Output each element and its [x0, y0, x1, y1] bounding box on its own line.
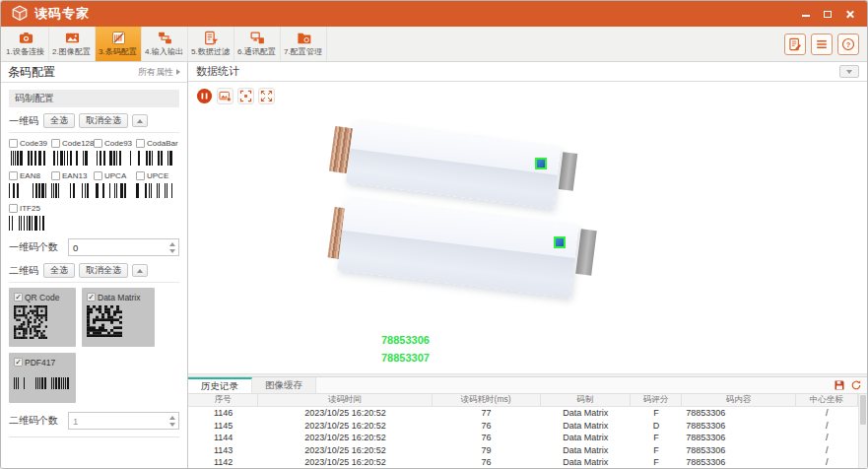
toolbar-tab-image[interactable]: 2.图像配置 [49, 27, 96, 61]
decode-result-text: 78853307 [381, 352, 430, 364]
statistics-dropdown-button[interactable] [839, 65, 859, 78]
toolbar-tab-label: 2.图像配置 [52, 46, 91, 57]
maximize-button[interactable] [820, 7, 835, 21]
table-row[interactable]: 11422023/10/25 16:20:5276Data MatrixF788… [188, 456, 858, 468]
toolbar-tab-config[interactable]: 7.配置管理 [281, 27, 327, 61]
fit-view-button[interactable] [237, 88, 254, 104]
barcode-type-label: EAN8 [20, 171, 40, 180]
barcode-type-label: UPCA [104, 171, 126, 180]
list-button[interactable] [811, 34, 833, 55]
part-shading [348, 148, 558, 195]
checkbox-itf25[interactable] [9, 204, 18, 213]
checkbox-upce[interactable] [136, 171, 145, 180]
barcode-type-label: QR Code [25, 293, 59, 302]
table-cell: D [631, 420, 682, 433]
two-d-deselect-all-button[interactable]: 取消全选 [79, 263, 128, 278]
barcode-sample-image [136, 183, 178, 198]
one-d-collapse-button[interactable] [132, 114, 148, 127]
toolbar-tab-barcode[interactable]: 3.条码配置 [96, 27, 142, 61]
column-header-3[interactable]: 码制 [541, 394, 631, 406]
all-properties-link[interactable]: 所有属性 [138, 66, 180, 79]
barcode-type-qr-code[interactable]: ✓QR Code [9, 288, 76, 347]
checkbox-qr-code[interactable]: ✓ [14, 293, 23, 302]
checkbox-code39[interactable] [9, 139, 18, 148]
checkbox-code93[interactable] [94, 139, 102, 148]
help-button[interactable]: ? [837, 34, 859, 55]
img-gear-icon [219, 90, 232, 102]
one-d-select-all-button[interactable]: 全选 [43, 113, 75, 128]
checkbox-ean13[interactable] [51, 171, 60, 180]
barcode-sample-image [51, 183, 94, 198]
maximize-icon [824, 11, 832, 18]
table-cell: 1143 [188, 444, 258, 457]
barcode-type-data-matrix[interactable]: ✓Data Matrix [82, 288, 155, 347]
barcode-sample-image [136, 151, 178, 166]
toolbar-tab-device[interactable]: 1.设备连接 [3, 27, 49, 61]
two-d-collapse-button[interactable] [132, 264, 148, 277]
history-tab-1[interactable]: 图像缓存 [252, 377, 316, 393]
checkbox-upca[interactable] [94, 171, 102, 180]
table-scrollbar[interactable] [858, 394, 867, 468]
column-header-5[interactable]: 码内容 [682, 394, 796, 406]
checkbox-pdf417[interactable]: ✓ [14, 358, 23, 367]
table-cell: 76 [433, 432, 541, 444]
one-d-count-spinner[interactable] [169, 239, 175, 255]
battery-tab-gray-2 [575, 229, 596, 276]
checkbox-code128[interactable] [51, 139, 60, 148]
column-header-4[interactable]: 码评分 [631, 394, 682, 406]
horizontal-splitter[interactable] [188, 373, 867, 377]
barcode-type-label: UPCE [147, 171, 168, 180]
image-viewer[interactable]: 78853306 78853307 [188, 82, 867, 373]
full-screen-button[interactable] [258, 88, 275, 104]
two-d-select-all-button[interactable]: 全选 [43, 263, 75, 278]
app-title: 读码专家 [34, 5, 90, 23]
barcode-type-label: EAN13 [62, 171, 87, 180]
two-d-count-spinner[interactable] [169, 413, 175, 429]
network-icon [250, 30, 265, 45]
checkbox-ean8[interactable] [9, 171, 18, 180]
close-button[interactable] [841, 7, 857, 21]
column-header-2[interactable]: 读码耗时(ms) [433, 394, 541, 406]
table-cell: 79 [433, 444, 541, 457]
barcode-checkbox-row: ✓Data Matrix [87, 292, 150, 302]
statistics-title: 数据统计 [196, 64, 239, 79]
history-tab-0[interactable]: 历史记录 [188, 377, 252, 393]
save-button[interactable] [833, 378, 846, 392]
image-icon [65, 30, 80, 45]
minimize-button[interactable] [798, 7, 814, 21]
chevron-up-icon [137, 119, 143, 123]
toolbar-tab-comm[interactable]: 6.通讯配置 [234, 27, 281, 61]
report-button[interactable] [784, 34, 806, 55]
barcode-sample-image [14, 305, 71, 343]
table-row[interactable]: 11452023/10/25 16:20:5276Data MatrixD788… [188, 420, 858, 433]
refresh-button[interactable] [849, 378, 863, 392]
table-row[interactable]: 11442023/10/25 16:20:5276Data MatrixF788… [188, 432, 858, 444]
barcode-type-label: PDF417 [25, 358, 55, 368]
checkbox-codabar[interactable] [136, 139, 145, 148]
chevron-right-icon [176, 69, 180, 75]
barcode-type-upce: UPCE [136, 170, 178, 201]
table-cell: 1144 [188, 432, 258, 444]
pause-button[interactable] [196, 88, 213, 104]
barcode-checkbox-row: Code93 [94, 138, 136, 149]
barcode-type-label: Code39 [20, 139, 47, 148]
image-save-button[interactable] [217, 88, 234, 104]
column-header-0[interactable]: 序号 [188, 394, 258, 406]
close-icon [845, 10, 854, 19]
table-row[interactable]: 11462023/10/25 16:20:5277Data MatrixF788… [188, 407, 858, 420]
column-header-6[interactable]: 中心坐标 [796, 394, 858, 406]
table-cell: / [796, 432, 858, 444]
toolbar-tab-filter[interactable]: 5.数据过滤 [188, 27, 234, 61]
one-d-deselect-all-button[interactable]: 取消全选 [79, 113, 128, 128]
two-d-count-input[interactable]: 1 [68, 412, 179, 430]
column-header-1[interactable]: 读码时间 [258, 394, 432, 406]
barcode-type-pdf417[interactable]: ✓PDF417 [9, 353, 76, 403]
toolbar-tab-io[interactable]: 4.输入输出 [142, 27, 188, 61]
barcode-sample-image [51, 151, 94, 166]
checkbox-data-matrix[interactable]: ✓ [87, 293, 96, 302]
all-properties-label: 所有属性 [138, 66, 173, 79]
table-row[interactable]: 11432023/10/25 16:20:5279Data MatrixF788… [188, 444, 858, 457]
scrollbar-thumb[interactable] [860, 395, 866, 425]
one-d-count-input[interactable]: 0 [68, 238, 179, 256]
doc-filter-icon [204, 30, 219, 45]
